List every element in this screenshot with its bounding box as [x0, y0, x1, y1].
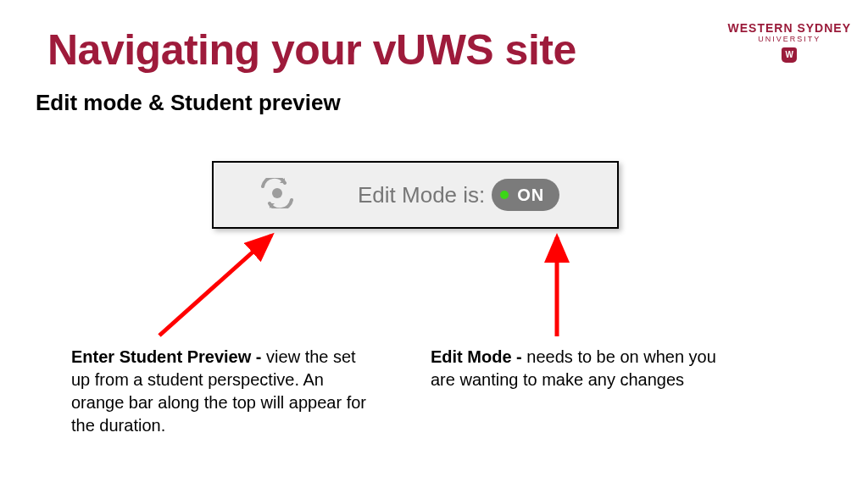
toggle-indicator-icon: [500, 191, 509, 199]
caption-student-preview: Enter Student Preview - view the set up …: [71, 346, 376, 437]
logo-text-top: WESTERN SYDNEY: [728, 22, 851, 34]
arrow-left-icon: [144, 227, 288, 346]
caption-lead: Enter Student Preview -: [71, 347, 266, 366]
edit-mode-toggle[interactable]: ON: [492, 179, 559, 211]
university-logo: WESTERN SYDNEY UNIVERSITY W: [728, 22, 851, 63]
svg-line-1: [159, 236, 271, 336]
page-title: Navigating your vUWS site: [47, 25, 576, 75]
logo-shield-icon: W: [782, 47, 797, 63]
student-preview-icon[interactable]: [256, 178, 298, 212]
toggle-state-label: ON: [517, 186, 544, 205]
logo-text-sub: UNIVERSITY: [728, 35, 851, 44]
slide: WESTERN SYDNEY UNIVERSITY W Navigating y…: [0, 0, 868, 488]
page-subtitle: Edit mode & Student preview: [36, 90, 341, 116]
caption-edit-mode: Edit Mode - needs to be on when you are …: [431, 346, 719, 391]
caption-lead: Edit Mode -: [431, 347, 526, 366]
arrow-right-icon: [544, 230, 570, 341]
edit-mode-label: Edit Mode is:: [358, 182, 485, 208]
svg-point-0: [272, 188, 282, 198]
edit-toolbar: Edit Mode is: ON: [212, 161, 619, 229]
